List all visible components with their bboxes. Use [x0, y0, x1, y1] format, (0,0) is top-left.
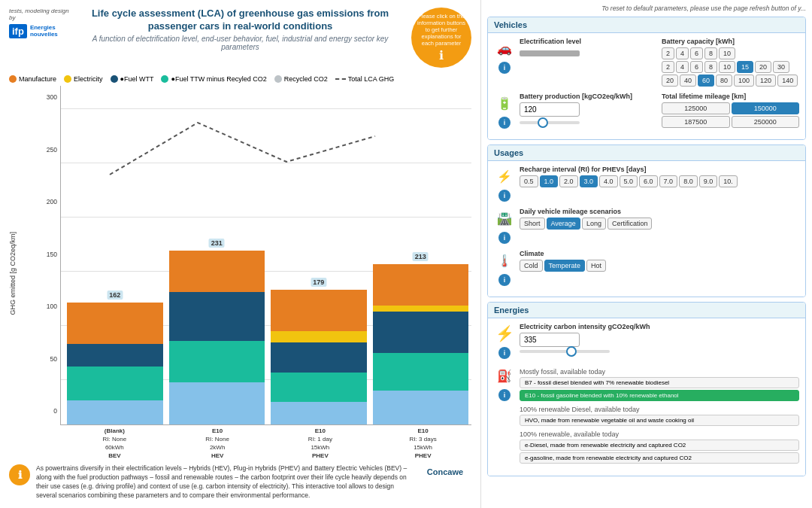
- logo-area: tests, modeling design by ifp Energiesno…: [9, 8, 69, 38]
- legend-electricity-dot: [64, 75, 71, 83]
- bar-seg-2-ttw: [169, 341, 265, 382]
- btn-125000[interactable]: 125000: [662, 102, 730, 114]
- bar-stack-4: 213: [373, 264, 469, 424]
- electrification-buttons: [520, 47, 657, 59]
- btn-ri-05[interactable]: 0.5: [520, 175, 538, 187]
- btn-b7[interactable]: B7 - fossil diesel blended with 7% renew…: [520, 377, 799, 388]
- btn-2[interactable]: 2: [662, 47, 674, 59]
- mileage-grid: 125000 150000 187500 250000: [662, 102, 799, 128]
- fuels-info-btn[interactable]: i: [498, 389, 511, 401]
- btn-average[interactable]: Average: [547, 217, 580, 230]
- electricity-label: Electricity carbon intensity gCO2eq/kWh: [520, 323, 799, 330]
- btn-ri-80[interactable]: 8.0: [679, 175, 698, 187]
- climate-controls: Climate Cold Temperate Hot: [520, 250, 799, 272]
- battery-slider-thumb[interactable]: [538, 117, 548, 128]
- recharge-info-btn[interactable]: i: [498, 190, 511, 202]
- sub-title: A function of electrification level, end…: [75, 35, 405, 51]
- btn-8b[interactable]: 8: [704, 61, 717, 73]
- param-row-recharge: ⚡ i Recharge interval (RI) for PHEVs [da…: [494, 166, 799, 202]
- btn-60[interactable]: 60: [698, 75, 714, 87]
- electricity-input[interactable]: [520, 333, 580, 347]
- bar-seg-3-ttw: [271, 373, 367, 402]
- bar-seg-2-wtt: [169, 292, 265, 341]
- btn-8[interactable]: 8: [704, 47, 717, 59]
- btn-100[interactable]: 100: [734, 75, 754, 87]
- y-label-150: 150: [47, 251, 57, 258]
- btn-e10[interactable]: E10 - fossil gasoline blended with 10% r…: [520, 390, 799, 401]
- daily-info-btn[interactable]: i: [498, 232, 511, 244]
- btn-6b[interactable]: 6: [690, 61, 703, 73]
- info-badge[interactable]: Please click on the information buttons …: [411, 8, 471, 68]
- btn-ri-50[interactable]: 5.0: [620, 175, 638, 187]
- grid-250: [61, 163, 471, 163]
- battery-info-btn[interactable]: i: [498, 117, 511, 129]
- btn-temperate[interactable]: Temperate: [544, 260, 586, 272]
- btn-4[interactable]: 4: [676, 47, 689, 59]
- btn-10b[interactable]: 10: [719, 61, 735, 73]
- btn-187500[interactable]: 187500: [662, 116, 730, 128]
- btn-cold[interactable]: Cold: [520, 260, 543, 272]
- bar-stack-2: 231: [169, 251, 265, 424]
- param-row-electricity: ⚡ i Electricity carbon intensity gCO2eq/…: [494, 323, 799, 359]
- btn-long[interactable]: Long: [582, 217, 606, 230]
- vehicle-info-btn[interactable]: i: [498, 62, 511, 74]
- btn-20c[interactable]: 20: [662, 75, 678, 87]
- y-label-100: 100: [47, 303, 57, 310]
- bottom-text: As powertrains diversify in their electr…: [36, 464, 413, 500]
- electricity-controls: Electricity carbon intensity gCO2eq/kWh: [520, 323, 799, 353]
- btn-ri-20[interactable]: 2.0: [559, 175, 578, 187]
- btn-40[interactable]: 40: [680, 75, 696, 87]
- y-label-0: 0: [53, 407, 57, 415]
- btn-ri-60[interactable]: 6.0: [639, 175, 658, 187]
- btn-hot[interactable]: Hot: [586, 260, 606, 272]
- mileage-label: Total lifetime mileage [km]: [662, 93, 799, 100]
- btn-egasoline[interactable]: e-gasoline, made from renewable electric…: [520, 452, 799, 464]
- climate-info-btn[interactable]: i: [498, 274, 511, 286]
- btn-6[interactable]: 6: [690, 47, 703, 59]
- recharge-icon-area: ⚡ i: [494, 166, 515, 202]
- param-row-elec-battery: 🚗 i Electrification level Battery capaci…: [494, 38, 799, 87]
- btn-150000[interactable]: 150000: [732, 102, 800, 114]
- btn-ri-30[interactable]: 3.0: [580, 175, 598, 187]
- btn-short[interactable]: Short: [520, 217, 545, 230]
- btn-ri-70[interactable]: 7.0: [659, 175, 678, 187]
- bar-seg-4-ttw: [373, 353, 469, 391]
- usages-header: Usages: [488, 145, 805, 161]
- fuels-controls: Mostly fossil, available today B7 - foss…: [520, 365, 799, 465]
- btn-15[interactable]: 15: [737, 61, 753, 73]
- btn-80[interactable]: 80: [716, 75, 732, 87]
- btn-120[interactable]: 120: [756, 75, 776, 87]
- btn-140[interactable]: 140: [777, 75, 798, 87]
- vehicle-icon: 🚗: [494, 38, 515, 59]
- bar-seg-3-elec: [271, 331, 367, 342]
- legend-manufacture-dot: [9, 75, 17, 83]
- grid-200: [61, 217, 471, 217]
- x-label-2: E10 RI: None 2kWh HEV: [169, 427, 266, 461]
- info-circle-bottom[interactable]: ℹ: [9, 464, 30, 485]
- bar-label-1: 162: [107, 291, 123, 300]
- legend-fuel-ttw: ●Fuel TTW minus Recyled CO2: [161, 75, 266, 83]
- battery-production-input[interactable]: [520, 102, 580, 117]
- electricity-slider: [520, 350, 799, 353]
- btn-10[interactable]: 10: [719, 47, 735, 59]
- btn-certification[interactable]: Certification: [607, 217, 653, 230]
- btn-ri-10[interactable]: 1.0: [540, 175, 559, 187]
- chart-wrapper: GHG emitted [g CO2eq/km] 300 250 200 150…: [9, 86, 471, 460]
- btn-20b[interactable]: 20: [755, 61, 771, 73]
- btn-ri-100[interactable]: 10.: [719, 175, 738, 187]
- legend-fuel-wtt-label: ●Fuel WTT: [120, 75, 154, 83]
- vehicles-section: Vehicles 🚗 i Electrification level: [487, 17, 806, 140]
- electricity-info-btn[interactable]: i: [498, 347, 511, 359]
- btn-ediesel[interactable]: e-Diesel, made from renewable electricit…: [520, 440, 799, 451]
- btn-4b[interactable]: 4: [676, 61, 689, 73]
- btn-2b[interactable]: 2: [662, 61, 674, 73]
- btn-250000[interactable]: 250000: [732, 116, 800, 128]
- btn-hvo[interactable]: HVO, made from renewable vegetable oil a…: [520, 415, 799, 426]
- battery-icon: 🔋: [494, 93, 515, 114]
- btn-ri-40[interactable]: 4.0: [599, 175, 618, 187]
- climate-label: Climate: [520, 250, 799, 257]
- btn-ri-90[interactable]: 9.0: [699, 175, 718, 187]
- btn-30[interactable]: 30: [773, 61, 789, 73]
- electricity-slider-thumb[interactable]: [566, 346, 577, 357]
- bar-seg-4-top: [373, 391, 469, 424]
